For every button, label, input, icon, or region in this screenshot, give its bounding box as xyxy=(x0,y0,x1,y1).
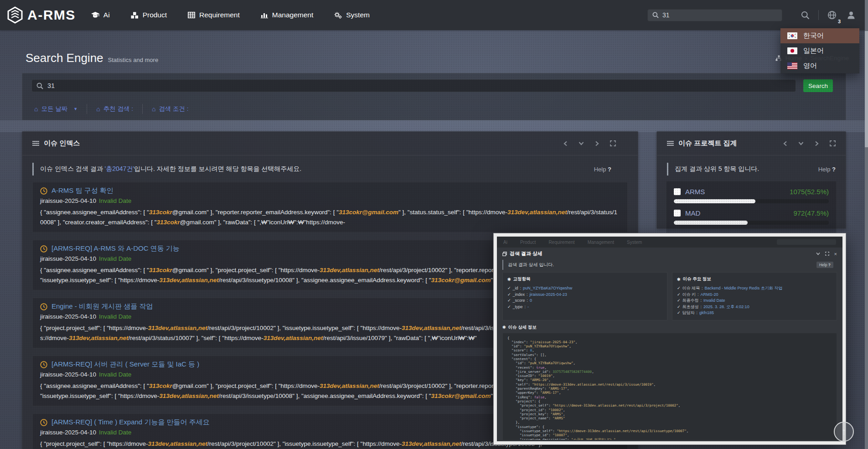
issue-info-panel: ✱이슈 주요 정보 ✓이슈 제목:Backend - Middle Proxy … xyxy=(672,272,837,320)
invalid-date-label: Invalid Date xyxy=(99,313,131,320)
language-globe-icon[interactable]: 3 xyxy=(827,10,837,20)
bar-chart-icon xyxy=(261,12,268,18)
progress-fill xyxy=(674,199,755,203)
app-logo[interactable]: A-RMS xyxy=(7,6,76,24)
menu-item-requirement[interactable]: Requirement xyxy=(188,11,240,19)
logo-text: A-RMS xyxy=(27,7,76,23)
menu-item-management[interactable]: Management xyxy=(261,11,313,19)
help-button[interactable]: Help ? xyxy=(818,166,836,173)
result-item[interactable]: A-RMS 팀 구성 확인 jiraissue-2025-04-10Invali… xyxy=(32,182,628,232)
search-button-icon[interactable] xyxy=(801,11,810,20)
topbar-search-input[interactable]: 31 xyxy=(647,9,782,21)
home-icon: ⌂ xyxy=(96,105,100,113)
issue-meta: jiraissue-2025-04-10Invalid Date xyxy=(40,197,620,204)
minimize-icon[interactable] xyxy=(816,252,820,255)
bullet-icon: ✱ xyxy=(507,277,511,282)
korea-flag-icon xyxy=(787,32,797,39)
field-key: 담당자 xyxy=(682,310,695,316)
scroll-to-top-button[interactable]: ↑ xyxy=(834,422,854,442)
field-value: 0 xyxy=(530,298,532,304)
main-search-value: 31 xyxy=(47,82,55,89)
result-notice: 이슈 인덱스 검색 결과 '총2047건'입니다. 자세한 정보를 보시려면 해… xyxy=(32,163,628,175)
language-item-japanese[interactable]: 일본어 xyxy=(780,43,859,58)
modal-help-button[interactable]: Help ? xyxy=(816,262,833,268)
menu-item-ai[interactable]: Ai xyxy=(91,11,110,19)
project-label[interactable]: ARMS xyxy=(685,188,705,196)
expand-icon[interactable] xyxy=(610,140,616,146)
filter-suggested-search[interactable]: ⌂ 추천 검색 : xyxy=(87,104,143,114)
clock-icon xyxy=(40,245,47,253)
field-row: ✓담당자:gkfn185 xyxy=(677,310,832,316)
check-icon: ✓ xyxy=(677,285,681,292)
issue-title-link[interactable]: A-RMS 팀 구성 확인 xyxy=(52,186,114,195)
next-icon[interactable] xyxy=(815,141,819,146)
field-value: ARMS-20 xyxy=(701,292,718,298)
result-count: '총2047건' xyxy=(105,165,134,172)
page-header: Search Engine Statistics and more xyxy=(26,51,158,65)
progress-bar xyxy=(674,199,829,203)
panel-title-text: 이슈 프로젝트 집계 xyxy=(678,139,737,148)
json-code-block[interactable]: { "index": "jiraissue-2025-04-23", "id":… xyxy=(502,333,837,440)
filter-label: 추천 검색 : xyxy=(103,105,133,113)
next-icon[interactable] xyxy=(595,141,599,146)
field-value: - xyxy=(527,304,529,310)
search-button[interactable]: Search xyxy=(803,79,833,92)
graduation-cap-icon xyxy=(91,12,99,18)
invalid-date-label: Invalid Date xyxy=(99,255,131,262)
issue-index-label: jiraissue-2025-04-10 xyxy=(40,313,96,320)
field-row: ✓최초생성:2025. 3. 28. 오후 4:02:10 xyxy=(677,304,832,310)
issue-title-link[interactable]: [ARMS-REQ] ( Time ) Expand 기능을 만들어 주세요 xyxy=(52,418,210,427)
logo-hexagon-icon xyxy=(7,6,23,24)
invalid-date-label: Invalid Date xyxy=(99,197,131,204)
field-key: _index xyxy=(513,292,525,298)
issue-title-link[interactable]: Engine - 비회원 게시판 샘플 작업 xyxy=(52,302,153,311)
help-button[interactable]: Help ? xyxy=(594,166,611,173)
menu-label: Ai xyxy=(103,11,110,19)
menu-item-product[interactable]: Product xyxy=(131,11,167,19)
expand-icon[interactable] xyxy=(830,140,836,146)
topbar-search-value: 31 xyxy=(662,11,670,19)
field-row: ✓최종수정:Invalid Date xyxy=(677,298,832,304)
panel-title-text: 이슈 인덱스 xyxy=(44,139,80,148)
prev-icon[interactable] xyxy=(563,141,568,146)
language-count-badge: 3 xyxy=(838,19,841,24)
issue-title-link[interactable]: [ARMS-REQ] A-RMS 와 A-DOC 연동 기능 xyxy=(52,244,180,253)
menu-item-system[interactable]: System xyxy=(334,11,370,19)
check-icon: ✓ xyxy=(507,285,511,292)
topbar-right: 31 3 xyxy=(647,0,861,30)
clock-icon xyxy=(40,419,47,426)
filter-label: 검색 조건 : xyxy=(159,105,188,113)
language-item-english[interactable]: 영어 xyxy=(780,58,859,73)
check-icon: ✓ xyxy=(677,310,681,316)
bullet-icon: ✱ xyxy=(677,277,681,282)
maximize-icon[interactable] xyxy=(825,252,829,256)
project-count: 1075(52.5%) xyxy=(790,188,829,196)
topbar: A-RMS Ai Product Requirement Management xyxy=(0,0,868,30)
project-checkbox[interactable] xyxy=(674,210,681,217)
filter-search-conditions[interactable]: ⌂ 검색 조건 : xyxy=(143,104,198,114)
prev-icon[interactable] xyxy=(783,141,787,146)
cogs-icon xyxy=(334,12,342,19)
japan-flag-icon xyxy=(787,47,797,54)
check-icon: ✓ xyxy=(677,298,681,304)
collapse-icon[interactable] xyxy=(579,141,584,145)
search-icon xyxy=(36,83,43,89)
filter-all-dates[interactable]: ⌂ 모든 날짜 ▼ xyxy=(31,104,87,114)
background-band xyxy=(0,120,868,132)
issue-index-label: jiraissue-2025-04-10 xyxy=(40,429,96,436)
close-icon[interactable]: × xyxy=(834,251,837,257)
project-count: 972(47.5%) xyxy=(793,209,829,217)
user-icon[interactable] xyxy=(847,10,856,20)
invalid-date-label: Invalid Date xyxy=(99,429,131,436)
field-row: ✓이슈 키:ARMS-20 xyxy=(677,292,832,298)
language-item-korean[interactable]: 한국어 xyxy=(780,28,859,43)
project-label[interactable]: MAD xyxy=(685,209,700,217)
issue-title-link[interactable]: [ARMS-REQ] 서버 관리 ( Server 모듈 및 IaC 등 ) xyxy=(52,360,199,369)
fixed-fields-panel: ✱고정항목 ✓_id:puN_YZYBaKa7OYiqwshw ✓_index:… xyxy=(502,272,667,320)
main-search-input[interactable]: 31 xyxy=(31,79,796,92)
collapse-icon[interactable] xyxy=(798,141,804,145)
field-row: ✓_index:jiraissue-2025-04-23 xyxy=(507,292,662,298)
scrollbar-thumb[interactable] xyxy=(865,31,868,147)
panel-title: 이슈 인덱스 xyxy=(32,139,80,148)
project-checkbox[interactable] xyxy=(674,188,681,195)
